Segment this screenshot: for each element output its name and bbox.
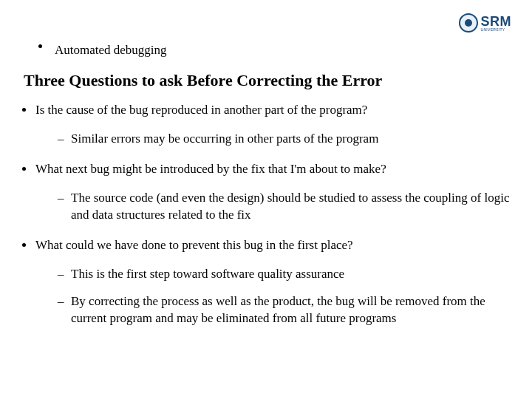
top-bullet-text: Automated debugging	[55, 43, 167, 57]
top-bullet: Automated debugging	[41, 43, 167, 58]
question-1: Is the cause of the bug reproduced in an…	[18, 102, 510, 148]
question-1-sub: Similar errors may be occurring in other…	[35, 131, 510, 148]
question-3-sub-2-text: By correcting the process as well as the…	[71, 294, 485, 325]
question-3-sub-1: This is the first step toward software q…	[58, 266, 510, 283]
question-3: What could we have done to prevent this …	[18, 237, 510, 327]
slide: SRM UNIVERSITY Automated debugging Three…	[0, 0, 532, 399]
question-3-sub: This is the first step toward software q…	[35, 266, 510, 327]
question-2-sub: The source code (and even the design) sh…	[35, 190, 510, 224]
question-3-text: What could we have done to prevent this …	[35, 238, 353, 252]
question-1-text: Is the cause of the bug reproduced in an…	[35, 103, 367, 117]
bullet-dot-icon	[38, 44, 42, 48]
question-3-sub-2: By correcting the process as well as the…	[58, 293, 510, 327]
question-1-sub-1-text: Similar errors may be occurring in other…	[71, 132, 378, 146]
question-2-text: What next bug might be introduced by the…	[35, 162, 386, 176]
question-2-sub-1-text: The source code (and even the design) sh…	[71, 191, 509, 222]
question-2-sub-1: The source code (and even the design) sh…	[58, 190, 510, 224]
srm-seal-icon	[459, 13, 478, 33]
question-1-sub-1: Similar errors may be occurring in other…	[58, 131, 510, 148]
question-2: What next bug might be introduced by the…	[18, 161, 510, 224]
main-list: Is the cause of the bug reproduced in an…	[18, 102, 510, 340]
slide-heading: Three Questions to ask Before Correcting…	[24, 71, 382, 90]
srm-logo: SRM UNIVERSITY	[459, 13, 512, 33]
srm-logo-text: SRM UNIVERSITY	[481, 15, 512, 32]
question-3-sub-1-text: This is the first step toward software q…	[71, 267, 344, 281]
logo-subline: UNIVERSITY	[481, 28, 512, 32]
logo-brand: SRM	[481, 15, 512, 28]
